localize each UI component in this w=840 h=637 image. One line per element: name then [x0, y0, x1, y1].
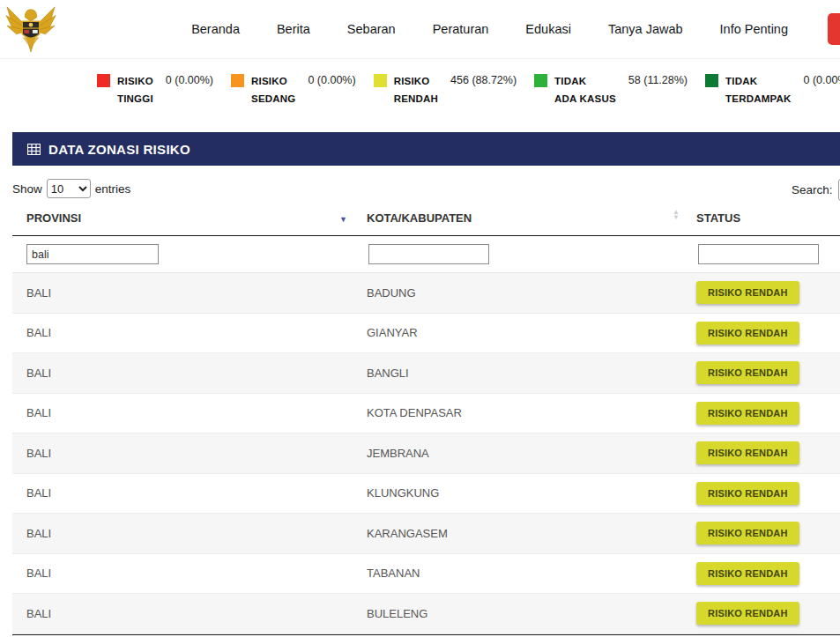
nav-item-tanya-jawab[interactable]: Tanya Jawab [590, 22, 702, 36]
panel-header: DATA ZONASI RISIKO [12, 132, 840, 166]
nav-item-sebaran[interactable]: Sebaran [329, 22, 414, 36]
show-label: Show [12, 182, 42, 196]
filter-cell-provinsi [12, 244, 353, 264]
legend-label-line1: RISIKO [251, 76, 287, 86]
cell-kota: GIANYAR [353, 326, 686, 339]
table-row: BALI KOTA DENPASAR RISIKO RENDAH [12, 394, 840, 434]
cell-kota: BADUNG [353, 286, 686, 300]
nav-item-edukasi[interactable]: Edukasi [507, 22, 590, 36]
legend-label-line1: TIDAK [554, 76, 586, 86]
legend-color-swatch [97, 74, 110, 87]
cell-provinsi: BALI [12, 286, 353, 300]
search-control: Search: [792, 179, 840, 201]
legend-label-line1: TIDAK [725, 76, 757, 86]
table-row: BALI TABANAN RISIKO RENDAH [12, 554, 840, 595]
table-row: BALI KLUNGKUNG RISIKO RENDAH [12, 474, 840, 515]
cell-status: RISIKO RENDAH [686, 441, 840, 464]
table-row: BALI GIANYAR RISIKO RENDAH [12, 314, 840, 354]
cell-status: RISIKO RENDAH [686, 602, 840, 625]
nav-item-info-penting[interactable]: Info Penting [702, 22, 807, 36]
cell-provinsi: BALI [12, 367, 353, 380]
zonasi-risiko-page: Beranda Berita Sebaran Peraturan Edukasi… [0, 0, 840, 637]
table-header-row: PROVINSI KOTA/KABUPATEN STATUS ▼ ▲▼ [12, 201, 840, 236]
legend-value: 456 (88.72%) [450, 74, 517, 86]
cell-status: RISIKO RENDAH [686, 361, 840, 384]
cell-status: RISIKO RENDAH [686, 281, 840, 304]
legend-color-swatch [231, 74, 244, 87]
status-badge: RISIKO RENDAH [696, 361, 799, 384]
table-row: BALI BANGLI RISIKO RENDAH [12, 353, 840, 394]
status-badge: RISIKO RENDAH [696, 322, 799, 344]
zonasi-table: PROVINSI KOTA/KABUPATEN STATUS ▼ ▲▼ BALI… [12, 201, 840, 635]
table-row: BALI KARANGASEM RISIKO RENDAH [12, 514, 840, 554]
legend-label-line2: TINGGI [117, 93, 153, 104]
legend-label-line2: SEDANG [251, 93, 295, 104]
main-nav: Beranda Berita Sebaran Peraturan Edukasi… [173, 0, 807, 58]
cell-provinsi: BALI [12, 527, 353, 540]
garuda-icon [5, 2, 56, 56]
legend-label-line2: RENDAH [394, 93, 438, 104]
status-badge: RISIKO RENDAH [696, 441, 799, 464]
top-navbar: Beranda Berita Sebaran Peraturan Edukasi… [0, 0, 840, 59]
sort-desc-icon: ▼ [339, 215, 347, 224]
table-row: BALI BADUNG RISIKO RENDAH [12, 273, 840, 314]
cell-status: RISIKO RENDAH [686, 402, 840, 425]
status-badge: RISIKO RENDAH [696, 482, 799, 505]
cell-kota: KOTA DENPASAR [353, 406, 686, 419]
cell-kota: JEMBRANA [353, 447, 686, 460]
status-badge: RISIKO RENDAH [696, 562, 799, 585]
cell-status: RISIKO RENDAH [686, 482, 840, 505]
kota-filter-input[interactable] [368, 244, 489, 264]
provinsi-filter-input[interactable] [26, 244, 159, 264]
cell-kota: BULELENG [353, 607, 686, 620]
cell-kota: TABANAN [353, 567, 686, 580]
status-badge: RISIKO RENDAH [696, 281, 799, 304]
nav-item-berita[interactable]: Berita [258, 22, 329, 36]
legend-label-line2: ADA KASUS [554, 93, 616, 104]
table-row: BALI JEMBRANA RISIKO RENDAH [12, 433, 840, 474]
legend-value: 0 (0.00%) [308, 74, 355, 86]
column-header-kota[interactable]: KOTA/KABUPATEN [353, 211, 686, 225]
table-controls: Show 10 entries Search: [12, 177, 840, 200]
garuda-pancasila-logo[interactable] [5, 2, 56, 56]
status-badge: RISIKO RENDAH [696, 402, 799, 425]
legend-label-line2: TERDAMPAK [725, 93, 791, 104]
legend-color-swatch [705, 74, 718, 87]
legend-value: 0 (0.00%) [803, 74, 840, 86]
table-row: BALI BULELENG RISIKO RENDAH [12, 594, 840, 634]
nav-item-beranda[interactable]: Beranda [173, 22, 258, 36]
hotline-button[interactable] [828, 13, 840, 45]
cell-kota: KARANGASEM [353, 527, 686, 540]
cell-provinsi: BALI [12, 326, 353, 339]
status-badge: RISIKO RENDAH [696, 602, 799, 625]
cell-provinsi: BALI [12, 607, 353, 620]
cell-status: RISIKO RENDAH [686, 562, 840, 585]
cell-provinsi: BALI [12, 447, 353, 460]
cell-status: RISIKO RENDAH [686, 322, 840, 344]
page-size-select[interactable]: 10 [47, 179, 91, 198]
status-badge: RISIKO RENDAH [696, 522, 799, 544]
legend-item: RISIKO SEDANG 0 (0.00%) [231, 73, 356, 108]
status-filter-input[interactable] [698, 244, 819, 264]
cell-provinsi: BALI [12, 406, 353, 419]
nav-item-peraturan[interactable]: Peraturan [414, 22, 508, 36]
cell-provinsi: BALI [12, 567, 353, 580]
legend-item: RISIKO TINGGI 0 (0.00%) [97, 73, 213, 108]
cell-kota: KLUNGKUNG [353, 486, 686, 500]
page-length-control: Show 10 entries [12, 179, 130, 198]
legend-item: TIDAK ADA KASUS 58 (11.28%) [534, 73, 688, 108]
legend-item: TIDAK TERDAMPAK 0 (0.00%) [705, 73, 840, 108]
legend-value: 0 (0.00%) [166, 74, 213, 86]
cell-provinsi: BALI [12, 486, 353, 500]
search-label: Search: [792, 183, 833, 196]
table-body: BALI BADUNG RISIKO RENDAH BALI GIANYAR R… [12, 273, 840, 635]
filter-cell-status [686, 244, 840, 264]
table-icon [27, 144, 41, 155]
column-header-provinsi[interactable]: PROVINSI [12, 211, 353, 225]
entries-label: entries [95, 182, 131, 196]
legend-color-swatch [374, 74, 387, 87]
legend-item: RISIKO RENDAH 456 (88.72%) [374, 73, 517, 108]
legend-label-line1: RISIKO [117, 76, 153, 86]
legend-value: 58 (11.28%) [628, 74, 688, 86]
column-header-status[interactable]: STATUS [686, 211, 840, 225]
